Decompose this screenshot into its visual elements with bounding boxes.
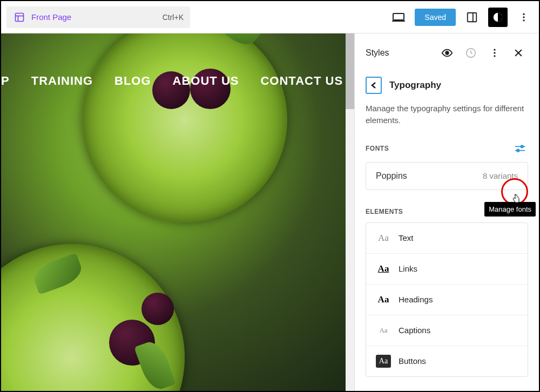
font-name: Poppins: [376, 171, 407, 181]
shortcut-hint: Ctrl+K: [163, 13, 184, 22]
svg-point-14: [494, 52, 495, 53]
nav-item[interactable]: P: [1, 74, 10, 88]
font-variants: 8 variants: [483, 171, 518, 180]
manage-fonts-tooltip: Manage fonts: [484, 202, 536, 217]
svg-point-10: [523, 19, 524, 21]
svg-point-9: [523, 16, 524, 18]
elements-list: Aa Text Aa Links Aa Headings Aa Captions…: [366, 222, 528, 377]
text-icon: Aa: [376, 232, 391, 245]
nav-item[interactable]: ABOUT US: [173, 74, 239, 88]
svg-rect-5: [468, 12, 477, 22]
svg-point-8: [523, 13, 524, 15]
canvas-scrollbar[interactable]: [346, 33, 354, 391]
nav-item[interactable]: BLOG: [114, 74, 151, 88]
styles-sidebar: Styles Typography Manage the typography …: [354, 33, 539, 391]
fonts-label: FONTS: [366, 145, 389, 152]
sidebar-toggle-button[interactable]: [462, 8, 482, 27]
nav-item[interactable]: CONTACT US: [260, 74, 343, 88]
svg-point-21: [517, 149, 519, 152]
styles-button[interactable]: [488, 8, 508, 27]
close-sidebar-button[interactable]: [509, 43, 528, 63]
svg-point-15: [494, 55, 495, 57]
more-menu-button[interactable]: [514, 8, 534, 27]
elements-label: ELEMENTS: [366, 208, 403, 215]
element-buttons[interactable]: Aa Buttons: [366, 346, 528, 376]
style-book-button[interactable]: [437, 43, 457, 63]
sidebar-title: Styles: [366, 48, 433, 58]
element-links[interactable]: Aa Links: [366, 254, 528, 285]
element-captions[interactable]: Aa Captions: [366, 315, 528, 346]
buttons-icon: Aa: [376, 355, 391, 368]
font-card[interactable]: Poppins 8 variants: [366, 162, 528, 190]
svg-point-11: [446, 51, 449, 55]
device-preview-button[interactable]: [389, 8, 408, 27]
site-nav: P TRAINING BLOG ABOUT US CONTACT US: [1, 74, 354, 88]
nav-item[interactable]: TRAINING: [31, 74, 93, 88]
manage-fonts-button[interactable]: [512, 140, 528, 157]
section-title: Typography: [389, 80, 441, 91]
headings-icon: Aa: [376, 293, 391, 306]
revisions-button[interactable]: [461, 43, 481, 63]
page-selector[interactable]: Front Page Ctrl+K: [6, 6, 190, 28]
svg-point-13: [494, 49, 495, 51]
svg-rect-0: [16, 13, 24, 21]
sidebar-more-button[interactable]: [485, 43, 504, 63]
back-button[interactable]: [366, 77, 382, 94]
element-headings[interactable]: Aa Headings: [366, 285, 528, 315]
section-description: Manage the typography settings for diffe…: [355, 99, 539, 138]
editor-canvas[interactable]: P TRAINING BLOG ABOUT US CONTACT US: [1, 33, 354, 391]
element-text[interactable]: Aa Text: [366, 223, 528, 254]
svg-point-19: [521, 145, 523, 148]
captions-icon: Aa: [376, 324, 391, 337]
page-title: Front Page: [31, 12, 163, 22]
save-button[interactable]: Saved: [415, 9, 456, 26]
layout-icon: [13, 11, 26, 24]
links-icon: Aa: [376, 262, 391, 275]
editor-topbar: Front Page Ctrl+K Saved: [1, 1, 539, 33]
svg-rect-3: [393, 13, 404, 20]
